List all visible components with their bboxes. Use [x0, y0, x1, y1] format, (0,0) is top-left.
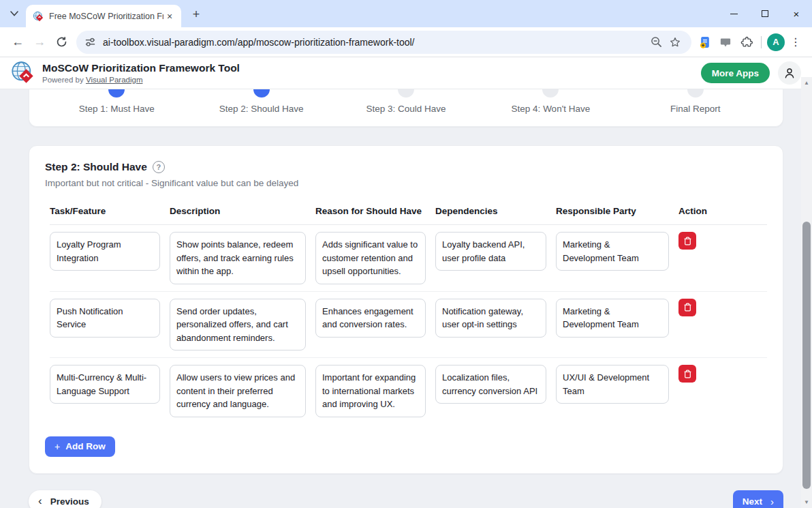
profile-avatar[interactable]: A — [767, 33, 785, 51]
dependencies-input[interactable]: Localization files, currency conversion … — [435, 365, 546, 404]
star-icon — [669, 36, 681, 48]
reason-input[interactable]: Enhances engagement and conversion rates… — [315, 299, 426, 338]
table-row: Loyalty Program Integration Show points … — [50, 225, 767, 292]
step-1-label: Step 1: Must Have — [79, 104, 155, 114]
step-1-dot — [108, 89, 125, 98]
final-report-dot — [687, 89, 704, 98]
step-2-dot — [253, 89, 270, 98]
chat-bubble-icon — [719, 36, 732, 48]
step-3-could-have[interactable]: Step 3: Could Have — [334, 89, 478, 126]
page-download-icon — [698, 35, 712, 49]
visual-paradigm-logo — [11, 61, 35, 85]
scrollbar-thumb[interactable] — [802, 222, 811, 489]
column-header-responsible: Responsible Party — [556, 206, 678, 216]
save-page-button[interactable] — [696, 33, 715, 52]
window-minimize-button[interactable] — [718, 0, 749, 27]
bookmark-button[interactable] — [666, 33, 685, 52]
scrollbar-up-icon[interactable]: ▲ — [801, 80, 812, 86]
reload-button[interactable] — [50, 31, 72, 53]
person-icon — [783, 67, 796, 79]
new-tab-button[interactable]: + — [187, 5, 206, 24]
description-input[interactable]: Show points balance, redeem offers, and … — [170, 232, 306, 284]
add-row-button[interactable]: + Add Row — [45, 436, 115, 457]
previous-label: Previous — [50, 496, 89, 507]
reason-input[interactable]: Adds significant value to customer reten… — [315, 232, 426, 284]
more-apps-button[interactable]: More Apps — [701, 63, 770, 83]
page-content: Step 1: Must Have Step 2: Should Have St… — [0, 89, 812, 508]
responsible-input[interactable]: Marketing & Development Team — [556, 232, 669, 271]
visual-paradigm-link[interactable]: Visual Paradigm — [86, 76, 143, 84]
app-title: MoSCoW Prioritization Framework Tool — [42, 62, 240, 75]
stepper-card: Step 1: Must Have Step 2: Should Have St… — [29, 89, 783, 127]
browser-menu-button[interactable]: ⋮ — [786, 33, 805, 52]
app-header-titles: MoSCoW Prioritization Framework Tool Pow… — [42, 62, 240, 84]
browser-toolbar: ← → ai-toolbox.visual-paradigm.com/app/m… — [0, 27, 812, 57]
next-label: Next — [743, 496, 762, 507]
tab-close-icon[interactable]: × — [163, 10, 176, 23]
scrollbar-down-icon[interactable]: ▼ — [801, 499, 812, 505]
zoom-out-icon — [651, 36, 662, 48]
trash-icon — [683, 303, 692, 312]
responsible-input[interactable]: Marketing & Development Team — [556, 299, 669, 338]
browser-tab[interactable]: Free MoSCoW Prioritization Fra × — [26, 5, 181, 27]
responsible-input[interactable]: UX/UI & Development Team — [556, 365, 669, 404]
task-input[interactable]: Push Notification Service — [50, 299, 160, 338]
url-text[interactable]: ai-toolbox.visual-paradigm.com/app/mosco… — [103, 37, 646, 48]
back-button[interactable]: ← — [7, 31, 29, 53]
task-input[interactable]: Multi-Currency & Multi-Language Support — [50, 365, 160, 404]
step-1-must-have[interactable]: Step 1: Must Have — [44, 89, 189, 126]
forward-button[interactable]: → — [29, 31, 50, 53]
dependencies-input[interactable]: Loyalty backend API, user profile data — [435, 232, 546, 271]
table-header-row: Task/Feature Description Reason for Shou… — [50, 206, 767, 225]
step-2-should-have[interactable]: Step 2: Should Have — [189, 89, 333, 126]
description-input[interactable]: Allow users to view prices and content i… — [170, 365, 306, 417]
column-header-description: Description — [170, 206, 315, 216]
chevron-down-icon — [10, 11, 18, 16]
browser-titlebar: Free MoSCoW Prioritization Fra × + × — [0, 0, 812, 27]
delete-row-button[interactable] — [678, 299, 696, 316]
previous-button[interactable]: ‹ Previous — [29, 490, 102, 508]
help-icon[interactable]: ? — [153, 161, 165, 173]
back-icon: ← — [12, 35, 24, 49]
delete-row-button[interactable] — [678, 232, 696, 250]
task-input[interactable]: Loyalty Program Integration — [50, 232, 160, 271]
delete-row-button[interactable] — [678, 365, 696, 383]
dependencies-input[interactable]: Notification gateway, user opt-in settin… — [435, 299, 546, 338]
tab-title: Free MoSCoW Prioritization Fra — [49, 12, 163, 21]
toolbar-extensions-area: A ⋮ — [696, 33, 805, 52]
description-input[interactable]: Send order updates, personalized offers,… — [170, 299, 306, 351]
step-4-label: Step 4: Won't Have — [512, 104, 591, 114]
window-maximize-button[interactable] — [749, 0, 781, 27]
url-bar[interactable]: ai-toolbox.visual-paradigm.com/app/mosco… — [76, 31, 691, 54]
window-close-button[interactable]: × — [781, 0, 812, 27]
step-4-wont-have[interactable]: Step 4: Won't Have — [478, 89, 623, 126]
step-final-report[interactable]: Final Report — [623, 89, 768, 126]
footer-navigation: ‹ Previous Next › — [29, 490, 783, 508]
extensions-button[interactable] — [736, 33, 755, 52]
column-header-reason: Reason for Should Have — [315, 206, 435, 216]
window-controls: × — [718, 0, 812, 27]
table-row: Multi-Currency & Multi-Language Support … — [50, 358, 767, 424]
forward-icon: → — [33, 35, 46, 49]
step2-card: Step 2: Should Have ? Important but not … — [29, 145, 783, 474]
site-settings-icon[interactable] — [84, 36, 96, 48]
toolbar-divider — [761, 36, 762, 48]
step-3-dot — [398, 89, 414, 98]
user-account-button[interactable] — [778, 61, 801, 85]
chevron-right-icon: › — [770, 496, 774, 507]
minimize-icon — [730, 14, 738, 14]
tab-search-button[interactable] — [5, 5, 23, 23]
column-header-task: Task/Feature — [50, 206, 170, 216]
powered-by: Powered by Visual Paradigm — [42, 76, 240, 84]
next-button[interactable]: Next › — [733, 490, 783, 508]
side-panel-button[interactable] — [716, 33, 735, 52]
app-header: MoSCoW Prioritization Framework Tool Pow… — [0, 57, 812, 89]
maximize-icon — [762, 10, 768, 17]
zoom-level-button[interactable] — [646, 33, 666, 52]
reason-input[interactable]: Important for expanding to international… — [315, 365, 426, 417]
table-row: Push Notification Service Send order upd… — [50, 292, 767, 359]
step-4-dot — [542, 89, 559, 98]
column-header-dependencies: Dependencies — [435, 206, 556, 216]
page-scrollbar[interactable]: ▲ ▼ — [801, 77, 812, 508]
step-2-label: Step 2: Should Have — [219, 104, 304, 114]
